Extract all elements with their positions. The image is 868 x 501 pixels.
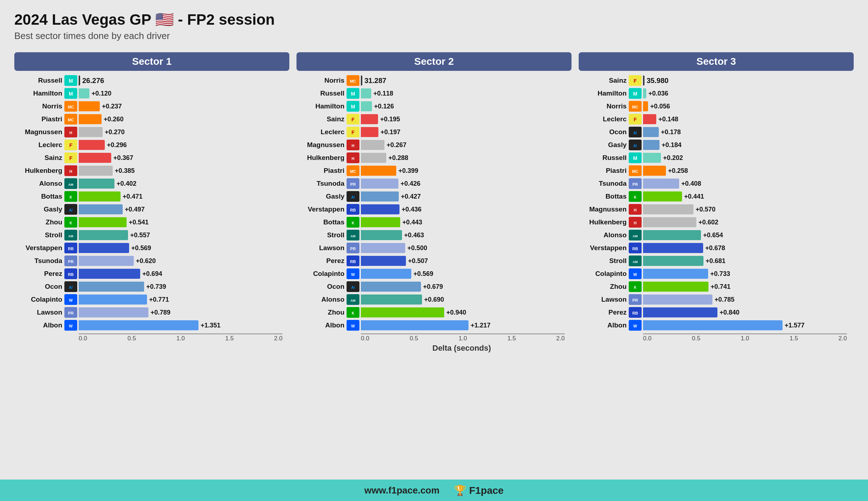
x-tick: 0.5 xyxy=(692,335,701,342)
sector-3-chart: Sector 3SainzF35.980HamiltonM+0.036Norri… xyxy=(579,52,854,342)
sector-2-header: Sector 2 xyxy=(296,52,572,71)
svg-text:MC: MC xyxy=(350,169,356,174)
svg-text:MC: MC xyxy=(350,79,356,83)
svg-text:W: W xyxy=(633,272,637,277)
bar-container: +0.463 xyxy=(361,230,572,240)
bar-container: +0.197 xyxy=(361,127,572,137)
driver-name: Alonso xyxy=(296,296,347,303)
svg-text:A/: A/ xyxy=(69,286,73,290)
bar-container: +0.739 xyxy=(79,282,289,292)
team-logo: F xyxy=(629,114,642,125)
svg-text:M: M xyxy=(633,155,637,161)
driver-row: OconA/+0.679 xyxy=(296,281,572,293)
driver-name: Albon xyxy=(579,321,629,329)
x-tick: 1.5 xyxy=(507,335,516,342)
delta-label: +0.733 xyxy=(710,270,730,278)
x-tick: 0.0 xyxy=(643,335,652,342)
charts-container: Sector 1RussellM26.276HamiltonM+0.120Nor… xyxy=(14,52,854,353)
svg-text:PR: PR xyxy=(68,259,73,264)
driver-name: Bottas xyxy=(296,218,347,226)
bar-container: +0.569 xyxy=(79,243,289,253)
svg-text:K: K xyxy=(69,195,72,199)
delta-label: +0.785 xyxy=(715,296,735,303)
driver-name: Lawson xyxy=(579,296,629,303)
sector-3-rows: SainzF35.980HamiltonM+0.036NorrisMC+0.05… xyxy=(579,74,854,332)
team-logo: MC xyxy=(64,101,77,112)
bar-container: +0.441 xyxy=(643,191,854,201)
x-tick: 1.0 xyxy=(458,335,467,342)
svg-text:A/: A/ xyxy=(351,286,355,290)
driver-row: ColapintoW+0.569 xyxy=(296,268,572,280)
team-logo: RB xyxy=(64,243,77,253)
bar-container: +0.840 xyxy=(643,307,854,317)
driver-name: Verstappen xyxy=(296,205,347,213)
delta-label: +0.426 xyxy=(401,180,421,188)
page-title: 2024 Las Vegas GP 🇺🇸 - FP2 session xyxy=(14,11,854,28)
bar-container: +0.569 xyxy=(361,269,572,279)
x-tick: 1.5 xyxy=(790,335,798,342)
svg-text:M: M xyxy=(69,91,73,97)
driver-row: TsunodaPR+0.408 xyxy=(579,177,854,190)
driver-row: StrollAM+0.681 xyxy=(579,255,854,267)
svg-text:A/: A/ xyxy=(69,208,73,212)
delta-label: +0.602 xyxy=(698,219,719,226)
delta-label: +1.351 xyxy=(201,322,221,329)
driver-row: StrollAM+0.463 xyxy=(296,229,572,241)
driver-row: RussellM+0.118 xyxy=(296,87,572,99)
driver-row: HamiltonM+0.126 xyxy=(296,100,572,112)
driver-name: Lawson xyxy=(14,308,64,316)
delta-label: +0.036 xyxy=(648,90,668,97)
main-content: 2024 Las Vegas GP 🇺🇸 - FP2 session Best … xyxy=(0,0,868,480)
team-logo: RB xyxy=(64,268,77,279)
svg-text:AM: AM xyxy=(633,234,638,238)
baseline-time: 31.287 xyxy=(364,77,386,85)
driver-name: Hamilton xyxy=(296,102,347,110)
team-logo: AM xyxy=(629,256,642,266)
driver-name: Tsunoda xyxy=(579,180,629,188)
delta-label: +0.427 xyxy=(401,193,421,200)
svg-text:MC: MC xyxy=(632,169,638,174)
driver-name: Norris xyxy=(14,102,64,110)
bar-container: +0.620 xyxy=(79,256,289,266)
driver-name: Tsunoda xyxy=(296,180,347,188)
driver-row: RussellM26.276 xyxy=(14,74,289,87)
svg-text:M: M xyxy=(351,104,355,110)
driver-name: Zhou xyxy=(296,308,347,316)
team-logo: A/ xyxy=(64,204,77,215)
delta-label: +1.217 xyxy=(471,322,491,329)
driver-row: HulkenbergH+0.288 xyxy=(296,152,572,164)
team-logo: H xyxy=(629,217,642,228)
brand-logo: 🏆 F1pace xyxy=(454,485,504,496)
svg-text:MC: MC xyxy=(68,105,74,109)
driver-name: Zhou xyxy=(14,218,64,226)
delta-label: +0.840 xyxy=(720,309,740,316)
driver-row: GaslyA/+0.184 xyxy=(579,139,854,151)
driver-name: Stroll xyxy=(14,231,64,239)
bar-container: +0.771 xyxy=(79,295,289,305)
svg-text:PR: PR xyxy=(350,247,355,251)
driver-name: Zhou xyxy=(579,283,629,291)
svg-text:H: H xyxy=(634,221,637,225)
team-logo: K xyxy=(347,307,359,318)
team-logo: W xyxy=(64,294,77,305)
driver-row: SainzF+0.195 xyxy=(296,113,572,125)
bar-container: +0.741 xyxy=(643,282,854,292)
driver-row: VerstappenRB+0.436 xyxy=(296,203,572,215)
driver-name: Tsunoda xyxy=(14,257,64,265)
bar-container: 31.287 xyxy=(361,76,572,86)
delta-label: +0.681 xyxy=(706,257,726,265)
driver-row: HulkenbergH+0.602 xyxy=(579,216,854,228)
team-logo: A/ xyxy=(347,191,359,202)
x-tick: 1.0 xyxy=(741,335,749,342)
svg-text:AM: AM xyxy=(350,299,355,302)
driver-name: Alonso xyxy=(14,180,64,188)
delta-label: +0.620 xyxy=(136,257,156,265)
driver-name: Piastri xyxy=(14,115,64,123)
driver-name: Albon xyxy=(296,321,347,329)
svg-text:H: H xyxy=(634,208,637,212)
bar-container: +0.690 xyxy=(361,295,572,305)
sector-1-header: Sector 1 xyxy=(14,52,289,71)
team-logo: K xyxy=(64,191,77,202)
team-logo: H xyxy=(64,165,77,176)
driver-row: HamiltonM+0.036 xyxy=(579,87,854,99)
